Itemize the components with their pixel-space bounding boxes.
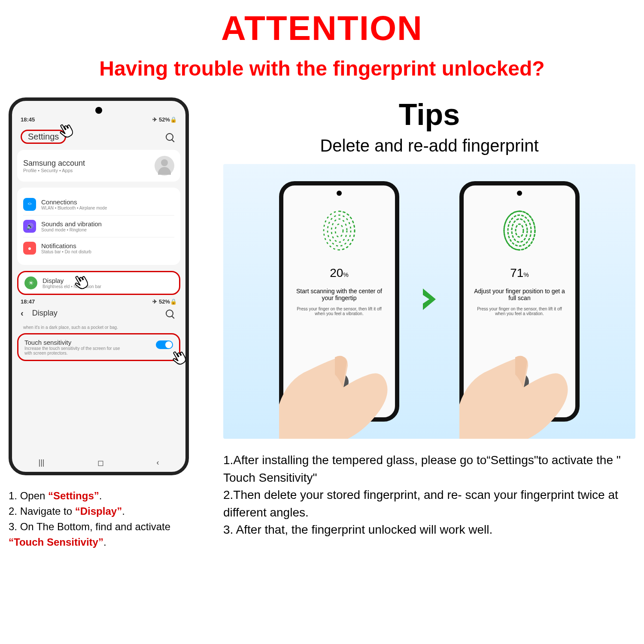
sensor-icon [330, 373, 349, 392]
svg-point-6 [512, 219, 527, 242]
svg-point-3 [335, 224, 343, 237]
account-subtitle: Profile • Security • Apps [23, 168, 85, 173]
settings-button-highlight[interactable]: Settings [21, 130, 66, 144]
fingerprint-phone-2: 71% Adjust your finger position to get a… [459, 181, 580, 422]
sounds-sub: Sound mode • Ringtone [41, 228, 102, 232]
tips-heading: Tips [223, 97, 635, 132]
notifications-item[interactable]: ● Notifications Status bar • Do not dist… [23, 237, 174, 259]
sound-icon: 🔊 [23, 220, 36, 233]
tips-illustration: 20% Start scanning with the center of yo… [223, 164, 635, 439]
arrow-right-icon [416, 286, 442, 317]
connections-item[interactable]: ⌔ Connections WLAN • Bluetooth • Airplan… [23, 194, 174, 216]
phone-settings-mockup: 18:45 ✈ 52%🔒 Settings Samsung account Pr… [9, 97, 189, 475]
nav-recent-icon[interactable]: ||| [38, 458, 44, 468]
status-right: ✈ 52%🔒 [152, 116, 177, 123]
settings-list-card: ⌔ Connections WLAN • Bluetooth • Airplan… [17, 188, 180, 265]
display-sub: Brightness eld • Navigation bar [43, 284, 101, 289]
display-icon: ☀ [24, 276, 37, 289]
search-icon[interactable] [166, 133, 173, 141]
fingerprint-icon [320, 207, 358, 254]
truncated-text: when it's in a dark place, such as a poc… [17, 325, 180, 333]
left-instruction-list: 1. Open “Settings”. 2. Navigate to “Disp… [9, 488, 206, 550]
touch-title: Touch sensitivity [24, 339, 128, 346]
samsung-account-card[interactable]: Samsung account Profile • Security • App… [17, 150, 180, 182]
right-step-1: 1.After installing the tempered glass, p… [223, 452, 635, 486]
nav-home-icon[interactable]: ◻ [97, 458, 104, 468]
touch-sensitivity-highlight[interactable]: Touch sensitivity Increase the touch sen… [17, 333, 180, 361]
nav-back-icon[interactable]: ‹ [156, 458, 159, 468]
sounds-title: Sounds and vibration [41, 220, 102, 228]
status-time-2: 18:47 [21, 298, 35, 305]
scan-desc-2: Press your finger on the sensor, then li… [464, 307, 575, 316]
scan-percent-1: 20% [330, 266, 349, 280]
sounds-item[interactable]: 🔊 Sounds and vibration Sound mode • Ring… [23, 216, 174, 237]
display-title: Display [43, 277, 101, 284]
phone-notch [337, 191, 342, 196]
touch-sub: Increase the touch sensitivity of the sc… [24, 346, 128, 355]
left-step-3: 3. On The Bottom, find and activate “Tou… [9, 519, 206, 550]
scan-title-1: Start scanning with the center of your f… [283, 288, 395, 301]
right-step-3: 3. After that, the fingerprint unlocked … [223, 521, 635, 539]
phone-notch [517, 191, 522, 196]
display-header-title: Display [32, 309, 58, 318]
notifications-sub: Status bar • Do not disturb [41, 249, 91, 254]
wifi-icon: ⌔ [23, 198, 36, 211]
right-instruction-list: 1.After installing the tempered glass, p… [223, 452, 635, 539]
scan-percent-2: 71% [510, 266, 529, 280]
notifications-title: Notifications [41, 242, 91, 249]
svg-point-2 [331, 219, 347, 242]
status-time: 18:45 [21, 116, 35, 123]
subtitle-text: Having trouble with the fingerprint unlo… [0, 57, 644, 80]
account-title: Samsung account [23, 159, 85, 168]
tips-subtitle: Delete and re-add fingerprint [223, 136, 635, 155]
right-step-2: 2.Then delete your stored fingerprint, a… [223, 486, 635, 521]
connections-sub: WLAN • Bluetooth • Airplane mode [41, 206, 107, 210]
display-item-highlight[interactable]: ☀ Display Brightness eld • Navigation ba… [17, 271, 180, 295]
connections-title: Connections [41, 198, 107, 206]
phone-notch [95, 107, 102, 114]
avatar-icon [155, 156, 174, 176]
attention-heading: ATTENTION [0, 9, 644, 48]
touch-sensitivity-toggle[interactable] [156, 340, 173, 349]
status-right-2: ✈ 52%🔒 [152, 298, 177, 305]
scan-title-2: Adjust your finger position to get a ful… [464, 288, 575, 301]
pointer-hand-icon [168, 346, 189, 373]
fingerprint-icon [500, 207, 539, 254]
notification-icon: ● [23, 242, 36, 255]
left-step-1: 1. Open “Settings”. [9, 488, 206, 504]
back-icon[interactable]: ‹ [21, 308, 24, 318]
scan-desc-1: Press your finger on the sensor, then li… [283, 307, 395, 316]
fingerprint-phone-1: 20% Start scanning with the center of yo… [279, 181, 399, 422]
left-step-2: 2. Navigate to “Display”. [9, 504, 206, 519]
search-icon[interactable] [166, 310, 173, 317]
svg-point-7 [516, 224, 523, 237]
sensor-icon [510, 373, 529, 392]
